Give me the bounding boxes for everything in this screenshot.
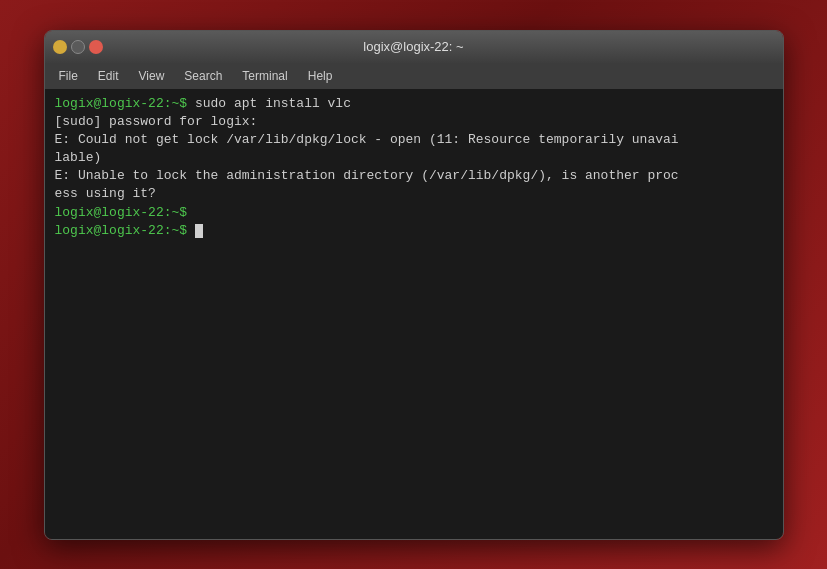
menu-edit[interactable]: Edit: [90, 67, 127, 85]
terminal-line-6: ess using it?: [55, 185, 773, 203]
terminal-line-8: logix@logix-22:~$: [55, 222, 773, 240]
maximize-button[interactable]: [71, 40, 85, 54]
terminal-line-7: logix@logix-22:~$: [55, 204, 773, 222]
close-button[interactable]: [89, 40, 103, 54]
menu-view[interactable]: View: [131, 67, 173, 85]
terminal-line-1: logix@logix-22:~$ sudo apt install vlc: [55, 95, 773, 113]
minimize-button[interactable]: [53, 40, 67, 54]
prompt-2: logix@logix-22:~$: [55, 205, 188, 220]
terminal-line-2: [sudo] password for logix:: [55, 113, 773, 131]
menubar: File Edit View Search Terminal Help: [45, 63, 783, 89]
terminal-line-5: E: Unable to lock the administration dir…: [55, 167, 773, 185]
prompt-3: logix@logix-22:~$: [55, 223, 188, 238]
menu-search[interactable]: Search: [176, 67, 230, 85]
prompt-1: logix@logix-22:~$: [55, 96, 188, 111]
menu-file[interactable]: File: [51, 67, 86, 85]
terminal-window: logix@logix-22: ~ File Edit View Search …: [44, 30, 784, 540]
terminal-line-3: E: Could not get lock /var/lib/dpkg/lock…: [55, 131, 773, 149]
titlebar: logix@logix-22: ~: [45, 31, 783, 63]
window-controls[interactable]: [53, 40, 103, 54]
terminal-body[interactable]: logix@logix-22:~$ sudo apt install vlc […: [45, 89, 783, 539]
terminal-cursor: [195, 224, 203, 238]
menu-terminal[interactable]: Terminal: [234, 67, 295, 85]
terminal-line-4: lable): [55, 149, 773, 167]
window-title: logix@logix-22: ~: [363, 39, 463, 54]
menu-help[interactable]: Help: [300, 67, 341, 85]
